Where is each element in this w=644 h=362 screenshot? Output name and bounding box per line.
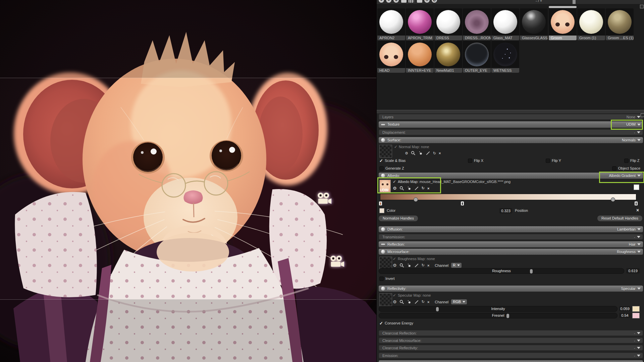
gradient-handle[interactable] <box>611 197 615 202</box>
object-space-checkbox[interactable] <box>612 166 616 171</box>
chevron-down-icon[interactable] <box>637 355 640 357</box>
invert-checkbox[interactable] <box>379 277 384 281</box>
material-cell[interactable]: Glass_MAT <box>491 8 519 40</box>
collapse-icon[interactable] <box>381 244 385 245</box>
channel-dropdown[interactable]: RGB <box>451 299 467 304</box>
roughness-value[interactable]: 0.619 <box>626 268 640 274</box>
gradient-position-input[interactable]: 0.323 <box>499 208 512 214</box>
gradient-stop-selected[interactable] <box>461 201 464 206</box>
intensity-slider[interactable]: Intensity <box>379 306 618 312</box>
material-cell[interactable]: GlassesGLASS <box>520 8 548 40</box>
material-cell[interactable]: OUTER_EYE <box>463 41 491 73</box>
roughness-map-thumbnail[interactable] <box>379 257 392 269</box>
refresh-circle-icon[interactable]: ↺ <box>424 0 430 3</box>
intensity-slider-handle[interactable] <box>436 307 439 311</box>
chevron-down-icon[interactable] <box>637 347 640 349</box>
gear-icon[interactable]: ⚙ <box>393 299 397 304</box>
reload-icon[interactable]: ↻ <box>433 151 436 156</box>
roughness-slider-handle[interactable] <box>530 269 533 274</box>
chevron-down-icon[interactable] <box>637 228 641 230</box>
search-icon[interactable] <box>399 300 404 304</box>
section-reflectivity[interactable]: Reflectivity: Specular <box>379 286 643 292</box>
normalize-handles-button[interactable]: Normalize Handles <box>379 216 418 221</box>
chevron-down-icon[interactable] <box>637 131 640 133</box>
normal-map-thumbnail[interactable] <box>379 145 392 158</box>
material-cell[interactable]: DRESS...ROOM <box>463 8 491 40</box>
viewport-3d[interactable] <box>0 0 376 362</box>
gradient-color-swatch[interactable] <box>379 208 384 213</box>
fresnel-slider[interactable]: Fresnel <box>379 313 618 318</box>
camera-icon[interactable] <box>329 255 345 268</box>
reload-icon[interactable]: ↻ <box>422 300 425 304</box>
folder-icon[interactable] <box>401 0 407 3</box>
color-picker-icon[interactable] <box>418 151 423 156</box>
section-microsurface[interactable]: Microsurface: Roughness <box>379 249 643 255</box>
material-cell[interactable]: APRON2 <box>377 8 405 40</box>
fresnel-value[interactable]: 0.54 <box>619 313 631 318</box>
properties-scrollbar[interactable] <box>641 113 644 117</box>
flip-y-checkbox[interactable] <box>546 159 550 163</box>
section-texture[interactable]: Texture UDIM <box>379 121 643 128</box>
add-circle-icon[interactable]: + <box>379 0 384 3</box>
cube-icon[interactable] <box>417 0 422 3</box>
gradient-handle[interactable] <box>414 197 418 202</box>
gear-icon[interactable]: ⚙ <box>405 151 408 156</box>
grid-icon[interactable] <box>409 0 414 3</box>
section-diffusion[interactable]: Diffusion: Lambertian <box>379 226 643 232</box>
section-transmission[interactable]: Transmission: - <box>379 234 643 240</box>
gradient-stop[interactable] <box>379 201 382 206</box>
chevron-down-icon[interactable] <box>637 236 640 238</box>
normal-map-checkbox[interactable]: ✓ <box>394 144 397 149</box>
edit-icon[interactable] <box>414 300 419 304</box>
search-icon[interactable] <box>399 263 404 268</box>
material-cell[interactable]: WETNESS <box>491 41 519 73</box>
section-reflection[interactable]: Reflection: Hair <box>379 241 643 247</box>
scale-bias-check-icon[interactable]: ✓ <box>379 158 383 163</box>
clear-icon[interactable]: × <box>427 300 429 304</box>
section-clearcoat-microsurface[interactable]: Clearcoat Microsurface: - <box>379 338 643 343</box>
section-layers[interactable]: Layers None <box>379 114 643 120</box>
color-picker-icon[interactable] <box>407 300 412 304</box>
specular-map-thumbnail[interactable] <box>379 293 392 306</box>
chevron-down-icon[interactable] <box>637 139 641 141</box>
search-icon[interactable] <box>411 151 416 156</box>
slash-circle-icon[interactable]: ⊘ <box>432 0 437 3</box>
edit-icon[interactable] <box>414 263 419 268</box>
flip-x-checkbox[interactable] <box>468 159 472 163</box>
section-occlusion[interactable]: Occlusion: Occlusion <box>379 360 643 362</box>
albedo-tint-swatch[interactable] <box>634 184 639 190</box>
material-cell[interactable]: DRESS <box>434 8 462 40</box>
color-picker-icon[interactable] <box>407 263 412 268</box>
camera-icon[interactable] <box>317 192 332 205</box>
specular-map-checkbox[interactable]: ✓ <box>393 293 396 298</box>
chevron-down-icon[interactable] <box>637 251 641 253</box>
remove-stop-button[interactable]: × <box>636 207 639 213</box>
gradient-stop[interactable] <box>634 201 638 206</box>
chevron-down-icon[interactable] <box>637 288 641 290</box>
material-cell[interactable]: NewMat01 <box>434 41 462 73</box>
generate-z-checkbox[interactable] <box>379 166 384 171</box>
intensity-color-swatch[interactable] <box>632 306 640 312</box>
chevron-down-icon[interactable] <box>637 116 640 118</box>
collapse-icon[interactable] <box>381 124 385 125</box>
badge-circle-icon[interactable]: + <box>386 0 391 3</box>
section-surface[interactable]: Surface: Normals <box>379 137 643 143</box>
albedo-gradient-bar[interactable] <box>380 194 636 200</box>
material-cell-selected[interactable]: Groom <box>549 8 577 40</box>
clear-icon[interactable]: × <box>439 151 441 155</box>
edit-icon[interactable] <box>426 151 430 156</box>
section-emission[interactable]: Emission: - <box>379 353 643 358</box>
section-clearcoat-reflectivity[interactable]: Clearcoat Reflectivity: - <box>379 345 643 351</box>
material-cell[interactable]: INNTER+EYE <box>406 41 434 73</box>
chevron-down-icon[interactable] <box>637 332 640 334</box>
roughness-slider[interactable]: Roughness <box>379 268 624 274</box>
burst-icon[interactable]: ✳ <box>393 0 399 3</box>
material-cell[interactable]: Groom (1) <box>577 8 605 40</box>
reload-icon[interactable]: ↻ <box>422 263 425 267</box>
flip-z-checkbox[interactable] <box>624 159 629 163</box>
fresnel-color-swatch[interactable] <box>632 313 640 318</box>
gear-icon[interactable]: ⚙ <box>393 263 397 268</box>
clear-icon[interactable]: × <box>427 263 429 267</box>
browser-scrollbar[interactable] <box>640 5 644 8</box>
material-cell[interactable]: Groom ...ES (1) <box>606 8 634 40</box>
